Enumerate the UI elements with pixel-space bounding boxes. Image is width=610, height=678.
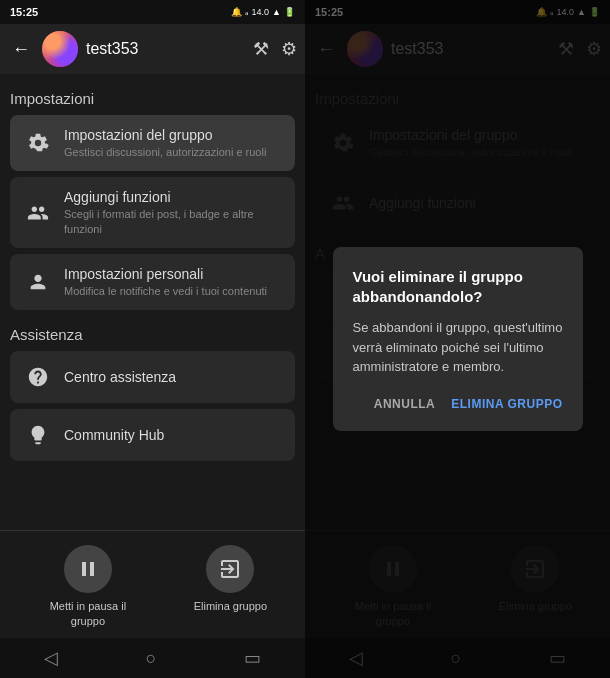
dialog-confirm-button[interactable]: ELIMINA GRUPPO <box>451 397 562 411</box>
pause-icon-left <box>64 545 112 593</box>
dialog-box: Vuoi eliminare il gruppo abbandonandolo?… <box>333 247 583 431</box>
exit-icon-left <box>206 545 254 593</box>
right-panel: 15:25 🔔 ₐ 14.0 ▲ 🔋 ← test353 ⚒ ⚙ Imposta… <box>305 0 610 678</box>
menu-text-add-functions-left: Aggiungi funzioni Scegli i formati dei p… <box>64 189 281 236</box>
menu-label-help-center-left: Centro assistenza <box>64 369 281 385</box>
top-bar-left: ← test353 ⚒ ⚙ <box>0 24 305 74</box>
people-icon-left <box>24 199 52 227</box>
gear-icon-left <box>24 129 52 157</box>
menu-label-personal-settings-left: Impostazioni personali <box>64 266 281 282</box>
menu-item-personal-settings-left[interactable]: Impostazioni personali Modifica le notif… <box>10 254 295 310</box>
pause-group-label-left: Metti in pausa il gruppo <box>38 599 138 628</box>
bottom-actions-left: Metti in pausa il gruppo Elimina gruppo <box>0 530 305 638</box>
nav-back-left[interactable]: ◁ <box>24 641 78 675</box>
menu-sublabel-personal-settings-left: Modifica le notifiche e vedi i tuoi cont… <box>64 284 281 298</box>
status-icons-left: 🔔 ₐ 14.0 ▲ 🔋 <box>231 7 295 17</box>
menu-sublabel-add-functions-left: Scegli i formati dei post, i badge e alt… <box>64 207 281 236</box>
person-gear-icon-left <box>24 268 52 296</box>
dialog-overlay: Vuoi eliminare il gruppo abbandonandolo?… <box>305 0 610 678</box>
menu-item-group-settings-left[interactable]: Impostazioni del gruppo Gestisci discuss… <box>10 115 295 171</box>
menu-sublabel-group-settings-left: Gestisci discussioni, autorizzazioni e r… <box>64 145 281 159</box>
back-button-left[interactable]: ← <box>8 35 34 64</box>
nav-menu-left[interactable]: ▭ <box>224 641 281 675</box>
question-icon-left <box>24 363 52 391</box>
top-bar-icons-left: ⚒ ⚙ <box>253 38 297 60</box>
nav-bar-left: ◁ ○ ▭ <box>0 638 305 678</box>
dialog-title: Vuoi eliminare il gruppo abbandonandolo? <box>353 267 563 306</box>
nav-home-left[interactable]: ○ <box>126 642 177 675</box>
menu-text-community-hub-left: Community Hub <box>64 427 281 443</box>
menu-text-personal-settings-left: Impostazioni personali Modifica le notif… <box>64 266 281 298</box>
settings-icon-left[interactable]: ⚙ <box>281 38 297 60</box>
delete-group-button-left[interactable]: Elimina gruppo <box>194 545 267 628</box>
top-bar-title-left: test353 <box>86 40 245 58</box>
section-title-impostazioni-left: Impostazioni <box>10 90 295 107</box>
status-bar-left: 15:25 🔔 ₐ 14.0 ▲ 🔋 <box>0 0 305 24</box>
dialog-cancel-button[interactable]: ANNULLA <box>374 397 436 411</box>
pause-group-button-left[interactable]: Metti in pausa il gruppo <box>38 545 138 628</box>
lightbulb-icon-left <box>24 421 52 449</box>
wrench-icon-left[interactable]: ⚒ <box>253 38 269 60</box>
menu-item-add-functions-left[interactable]: Aggiungi funzioni Scegli i formati dei p… <box>10 177 295 248</box>
menu-label-add-functions-left: Aggiungi funzioni <box>64 189 281 205</box>
menu-text-group-settings-left: Impostazioni del gruppo Gestisci discuss… <box>64 127 281 159</box>
avatar-left <box>42 31 78 67</box>
menu-item-community-hub-left[interactable]: Community Hub <box>10 409 295 461</box>
content-left: Impostazioni Impostazioni del gruppo Ges… <box>0 74 305 530</box>
time-left: 15:25 <box>10 6 38 18</box>
menu-label-community-hub-left: Community Hub <box>64 427 281 443</box>
section-title-assistenza-left: Assistenza <box>10 326 295 343</box>
menu-label-group-settings-left: Impostazioni del gruppo <box>64 127 281 143</box>
dialog-actions: ANNULLA ELIMINA GRUPPO <box>353 397 563 411</box>
dialog-body: Se abbandoni il gruppo, quest'ultimo ver… <box>353 318 563 377</box>
menu-item-help-center-left[interactable]: Centro assistenza <box>10 351 295 403</box>
menu-text-help-center-left: Centro assistenza <box>64 369 281 385</box>
left-panel: 15:25 🔔 ₐ 14.0 ▲ 🔋 ← test353 ⚒ ⚙ Imposta… <box>0 0 305 678</box>
delete-group-label-left: Elimina gruppo <box>194 599 267 613</box>
